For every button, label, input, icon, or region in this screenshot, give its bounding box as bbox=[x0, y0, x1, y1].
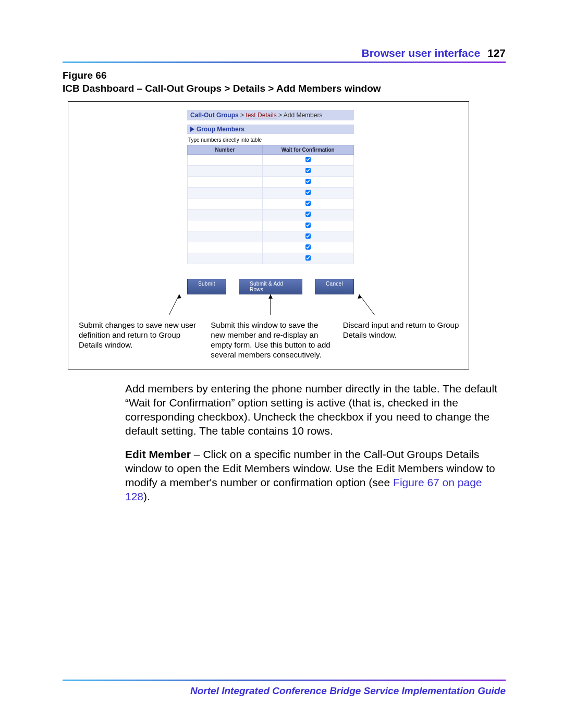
dashboard-panel: Call-Out Groups > test Details > Add Mem… bbox=[187, 110, 354, 294]
breadcrumb-current: Add Members bbox=[284, 112, 323, 119]
triangle-icon bbox=[190, 127, 194, 132]
svg-line-2 bbox=[359, 294, 375, 315]
header-rule bbox=[63, 61, 506, 63]
wait-cell bbox=[262, 155, 353, 166]
instruction-text: Type numbers directly into table bbox=[188, 137, 354, 143]
wait-checkbox[interactable] bbox=[305, 157, 311, 162]
wait-checkbox[interactable] bbox=[305, 223, 311, 228]
submit-button[interactable]: Submit bbox=[187, 279, 226, 294]
page-header: Browser user interface 127 bbox=[63, 47, 506, 59]
wait-checkbox[interactable] bbox=[305, 168, 311, 173]
wait-checkbox[interactable] bbox=[305, 212, 311, 217]
callout-cancel: Discard input and return to Group Detail… bbox=[343, 320, 462, 360]
svg-marker-3 bbox=[177, 294, 181, 299]
breadcrumb: Call-Out Groups > test Details > Add Mem… bbox=[187, 110, 354, 120]
table-row bbox=[188, 155, 354, 166]
col-wait: Wait for Confirmation bbox=[262, 145, 353, 155]
figure-title: ICB Dashboard – Call-Out Groups > Detail… bbox=[63, 83, 381, 94]
wait-cell bbox=[262, 231, 353, 242]
table-row bbox=[188, 188, 354, 199]
page-footer: Nortel Integrated Conference Bridge Serv… bbox=[63, 675, 506, 697]
table-row bbox=[188, 166, 354, 177]
table-row bbox=[188, 199, 354, 209]
wait-checkbox[interactable] bbox=[305, 244, 311, 250]
table-row bbox=[188, 209, 354, 220]
callout-arrows bbox=[140, 294, 401, 317]
figure-caption: Figure 66 ICB Dashboard – Call-Out Group… bbox=[63, 69, 506, 95]
table-row bbox=[188, 177, 354, 188]
callout-texts: Submit changes to save new user definiti… bbox=[79, 320, 462, 360]
wait-checkbox[interactable] bbox=[305, 201, 311, 206]
table-row bbox=[188, 242, 354, 253]
wait-cell bbox=[262, 199, 353, 209]
callout-submit: Submit changes to save new user definiti… bbox=[79, 320, 198, 360]
number-cell[interactable] bbox=[188, 242, 263, 253]
paragraph-add-members: Add members by entering the phone number… bbox=[125, 382, 506, 438]
footer-rule bbox=[63, 680, 506, 681]
submit-add-rows-button[interactable]: Submit & Add Rows bbox=[239, 279, 302, 294]
wait-checkbox[interactable] bbox=[305, 179, 311, 184]
table-row bbox=[188, 220, 354, 231]
wait-cell bbox=[262, 209, 353, 220]
wait-checkbox[interactable] bbox=[305, 233, 311, 239]
section-title: Browser user interface bbox=[362, 47, 481, 59]
figure-box: Call-Out Groups > test Details > Add Mem… bbox=[68, 101, 469, 369]
wait-checkbox[interactable] bbox=[305, 255, 311, 261]
wait-cell bbox=[262, 253, 353, 264]
wait-cell bbox=[262, 188, 353, 199]
number-cell[interactable] bbox=[188, 188, 263, 199]
section-label: Group Members bbox=[197, 126, 244, 133]
members-table: Number Wait for Confirmation bbox=[187, 145, 354, 264]
paragraph-edit-member: Edit Member – Click on a specific number… bbox=[125, 448, 506, 504]
number-cell[interactable] bbox=[188, 231, 263, 242]
wait-cell bbox=[262, 242, 353, 253]
wait-checkbox[interactable] bbox=[305, 190, 311, 195]
wait-cell bbox=[262, 177, 353, 188]
button-row: Submit Submit & Add Rows Cancel bbox=[187, 279, 354, 294]
number-cell[interactable] bbox=[188, 220, 263, 231]
body-text: Add members by entering the phone number… bbox=[125, 382, 506, 503]
number-cell[interactable] bbox=[188, 177, 263, 188]
callout-submit-add: Submit this window to save the new membe… bbox=[211, 320, 330, 360]
number-cell[interactable] bbox=[188, 199, 263, 209]
page-number: 127 bbox=[487, 47, 506, 59]
number-cell[interactable] bbox=[188, 253, 263, 264]
wait-cell bbox=[262, 166, 353, 177]
breadcrumb-link[interactable]: test Details bbox=[246, 112, 276, 119]
wait-cell bbox=[262, 220, 353, 231]
number-cell[interactable] bbox=[188, 155, 263, 166]
col-number: Number bbox=[188, 145, 263, 155]
number-cell[interactable] bbox=[188, 209, 263, 220]
svg-marker-4 bbox=[268, 294, 273, 299]
table-row bbox=[188, 253, 354, 264]
edit-member-lead: Edit Member bbox=[125, 448, 191, 460]
table-row bbox=[188, 231, 354, 242]
figure-number: Figure 66 bbox=[63, 70, 106, 81]
cancel-button[interactable]: Cancel bbox=[315, 279, 354, 294]
breadcrumb-root: Call-Out Groups bbox=[190, 112, 239, 119]
footer-title: Nortel Integrated Conference Bridge Serv… bbox=[63, 685, 506, 697]
number-cell[interactable] bbox=[188, 166, 263, 177]
section-header: Group Members bbox=[187, 125, 354, 134]
